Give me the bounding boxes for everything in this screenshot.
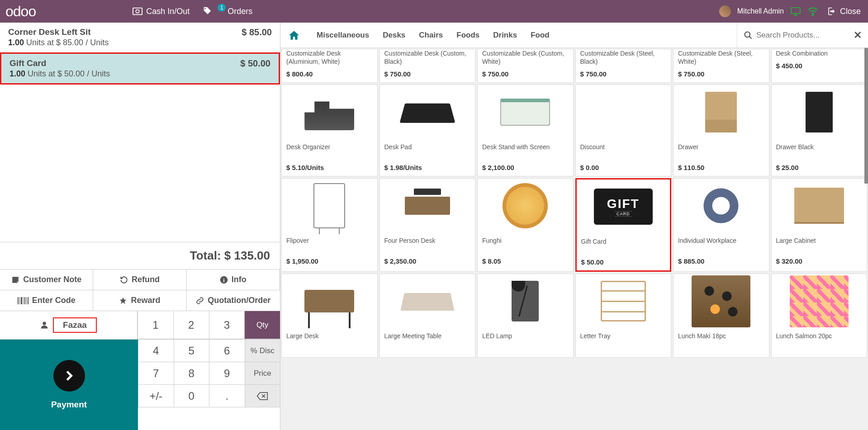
category-tab[interactable]: Drinks <box>493 31 517 40</box>
user-name[interactable]: Mitchell Admin <box>737 7 784 15</box>
category-tab[interactable]: Miscellaneous <box>317 31 369 40</box>
numpad-6[interactable]: 6 <box>209 340 245 362</box>
close-button[interactable]: Close <box>825 7 863 16</box>
product-card[interactable]: Customizable Desk (Steel, White) $ 750.0… <box>673 49 769 83</box>
category-tab[interactable]: Foods <box>456 31 479 40</box>
product-card[interactable]: Large Cabinet $ 320.00 <box>771 178 868 272</box>
home-button[interactable] <box>280 29 308 41</box>
cash-icon <box>133 7 142 15</box>
reward-button[interactable]: Reward <box>93 290 186 311</box>
svg-rect-8 <box>21 297 22 304</box>
product-card[interactable]: Flipover $ 1,950.00 <box>281 178 378 272</box>
category-tab[interactable]: Chairs <box>419 31 443 40</box>
order-line[interactable]: Gift Card 1.00 Units at $ 50.00 / Units … <box>0 52 280 85</box>
product-price: $ 450.00 <box>776 62 863 70</box>
numpad-3[interactable]: 3 <box>209 311 245 339</box>
product-card[interactable]: Customizable Desk (Aluminium, White) $ 8… <box>281 49 378 83</box>
product-card[interactable]: Desk Stand with Screen $ 2,100.00 <box>477 85 574 176</box>
product-image <box>794 188 844 224</box>
enter-code-button[interactable]: Enter Code <box>0 290 93 311</box>
svg-rect-6 <box>18 297 19 304</box>
order-line[interactable]: Corner Desk Left Sit 1.00 Units at $ 85.… <box>0 23 280 52</box>
product-price: $ 2,350.00 <box>384 257 471 265</box>
refund-button[interactable]: Refund <box>93 269 186 290</box>
numpad-4[interactable]: 4 <box>138 340 174 362</box>
product-price: $ 0.00 <box>580 164 667 171</box>
orders-button[interactable]: 1 Orders <box>196 6 259 16</box>
product-name: Customizable Desk (Aluminium, White) <box>286 49 373 66</box>
scrollbar-thumb[interactable] <box>864 48 868 184</box>
product-price: $ 885.00 <box>678 257 764 265</box>
product-name: Customizable Desk (Custom, Black) <box>384 49 471 66</box>
wifi-icon <box>807 7 818 16</box>
product-card[interactable]: Funghi $ 8.05 <box>477 178 574 272</box>
product-name: Individual Workplace <box>678 236 764 253</box>
barcode-icon <box>18 297 28 304</box>
product-name: Drawer Black <box>776 143 863 159</box>
product-card[interactable]: Large Meeting Table <box>379 274 476 358</box>
product-image <box>790 275 849 327</box>
numpad-0[interactable]: 0 <box>174 385 209 407</box>
logo[interactable]: odoo <box>5 3 36 20</box>
product-card[interactable]: Large Desk <box>281 274 378 358</box>
product-card[interactable]: Desk Organizer $ 5.10/Units <box>281 85 378 176</box>
avatar[interactable] <box>719 5 731 17</box>
numpad-5[interactable]: 5 <box>174 340 209 362</box>
product-name: Lunch Salmon 20pc <box>776 332 863 348</box>
product-image <box>692 275 750 327</box>
monitor-icon[interactable] <box>790 7 801 16</box>
product-card[interactable]: Lunch Maki 18pc <box>673 274 769 358</box>
product-name: Lunch Maki 18pc <box>678 332 764 348</box>
customer-note-button[interactable]: Customer Note <box>0 269 93 290</box>
numpad-disc[interactable]: % Disc <box>245 340 280 362</box>
orders-badge: 1 <box>218 4 226 12</box>
product-card[interactable]: LED Lamp <box>477 274 574 358</box>
product-card[interactable]: Customizable Desk (Custom, Black) $ 750.… <box>379 49 476 83</box>
product-card[interactable]: Four Person Desk $ 2,350.00 <box>379 178 476 272</box>
product-name: Customizable Desk (Steel, White) <box>678 49 764 66</box>
numpad-7[interactable]: 7 <box>138 362 174 385</box>
product-card[interactable]: Discount $ 0.00 <box>575 85 672 176</box>
numpad-backspace[interactable] <box>245 385 280 407</box>
payment-button[interactable]: Payment <box>0 340 138 430</box>
order-lines: Corner Desk Left Sit 1.00 Units at $ 85.… <box>0 23 280 242</box>
product-card[interactable]: GIFTCARD Gift Card $ 50.00 <box>575 178 672 272</box>
svg-rect-10 <box>24 297 25 304</box>
product-card[interactable]: Lunch Salmon 20pc <box>771 274 868 358</box>
product-card[interactable]: Drawer Black $ 25.00 <box>771 85 868 176</box>
product-name: Gift Card <box>581 237 666 254</box>
product-name: Desk Organizer <box>286 143 373 159</box>
numpad-8[interactable]: 8 <box>174 362 209 385</box>
home-icon <box>288 29 300 41</box>
product-name: LED Lamp <box>482 332 569 348</box>
numpad-price[interactable]: Price <box>245 362 280 385</box>
numpad-qty[interactable]: Qty <box>244 311 280 339</box>
product-card[interactable]: Drawer $ 110.50 <box>673 85 769 176</box>
customer-button[interactable]: Fazaa <box>0 311 138 339</box>
numpad-sign[interactable]: +/- <box>138 385 174 407</box>
chevron-right-icon <box>53 360 85 392</box>
product-name: Customizable Desk (Steel, Black) <box>580 49 667 66</box>
numpad-dot[interactable]: . <box>209 385 245 407</box>
quotation-button[interactable]: Quotation/Order <box>187 290 280 311</box>
category-tab[interactable]: Food <box>531 31 550 40</box>
search-input[interactable] <box>756 31 854 40</box>
cash-in-out-button[interactable]: Cash In/Out <box>126 7 196 16</box>
info-button[interactable]: i Info <box>187 269 280 290</box>
product-card[interactable]: Customizable Desk (Custom, White) $ 750.… <box>477 49 574 83</box>
product-card[interactable]: Letter Tray <box>575 274 672 358</box>
product-card[interactable]: Desk Combination $ 450.00 <box>771 49 868 83</box>
category-tab[interactable]: Desks <box>383 31 405 40</box>
numpad-2[interactable]: 2 <box>173 311 209 339</box>
product-price: $ 1.98/Units <box>384 164 471 171</box>
search-clear[interactable]: ✕ <box>854 29 862 41</box>
product-card[interactable]: Individual Workplace $ 885.00 <box>673 178 769 272</box>
line-name: Gift Card <box>9 58 110 68</box>
product-image <box>705 92 737 132</box>
product-card[interactable]: Desk Pad $ 1.98/Units <box>379 85 476 176</box>
numpad-1[interactable]: 1 <box>138 311 173 339</box>
product-card[interactable]: Customizable Desk (Steel, Black) $ 750.0… <box>575 49 672 83</box>
svg-rect-11 <box>26 297 27 304</box>
numpad-9[interactable]: 9 <box>209 362 245 385</box>
product-price: $ 5.10/Units <box>286 164 373 171</box>
